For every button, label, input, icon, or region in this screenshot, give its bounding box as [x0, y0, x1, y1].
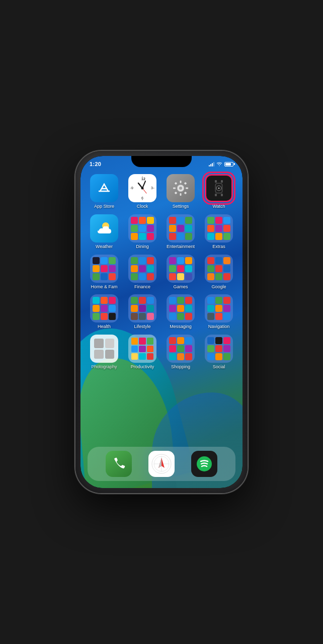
svg-point-38: [197, 456, 212, 471]
app-icon-health: [90, 294, 118, 323]
dock-item-safari[interactable]: [148, 451, 175, 477]
svg-rect-15: [180, 181, 182, 183]
app-icon-weather: [90, 214, 118, 243]
dock-icon-safari: [148, 451, 175, 477]
app-label-productivity: Productivity: [131, 364, 154, 370]
app-icon-photography: [90, 335, 118, 363]
home-screen: 1:20: [80, 156, 243, 488]
app-icon-settings: [167, 174, 195, 202]
app-label-app-store: App Store: [94, 204, 114, 209]
app-item-navigation[interactable]: Navigation: [202, 294, 235, 330]
svg-rect-21: [175, 192, 178, 195]
app-icon-lifestyle: [128, 294, 156, 323]
app-label-settings: Settings: [173, 204, 189, 209]
app-item-finance[interactable]: Finance: [126, 255, 159, 290]
app-label-weather: Weather: [96, 244, 113, 250]
dock-icon-spotify: [191, 451, 217, 477]
app-item-productivity[interactable]: Productivity: [126, 335, 159, 370]
status-icons: [209, 162, 233, 167]
app-label-watch: Watch: [212, 204, 225, 209]
svg-point-12: [141, 187, 144, 190]
app-icon-navigation: [205, 294, 233, 323]
app-item-weather[interactable]: Weather: [88, 214, 121, 250]
svg-rect-18: [186, 188, 188, 189]
app-icon-watch: [205, 174, 233, 202]
app-item-watch[interactable]: Watch: [202, 174, 235, 209]
svg-rect-27: [215, 180, 217, 183]
svg-rect-19: [175, 182, 178, 185]
app-label-shopping: Shopping: [171, 364, 190, 370]
app-item-app-store[interactable]: App Store: [88, 174, 121, 209]
app-label-social: Social: [213, 364, 225, 370]
battery-icon: [224, 162, 233, 167]
app-item-google[interactable]: Google: [202, 255, 235, 290]
dock: [88, 447, 235, 481]
app-item-dining[interactable]: Dining: [126, 214, 159, 250]
signal-bar-1: [209, 165, 210, 167]
app-item-games[interactable]: Games: [164, 255, 197, 290]
battery-fill: [225, 163, 231, 166]
svg-text:12: 12: [141, 177, 145, 181]
app-label-clock: Clock: [137, 204, 148, 209]
signal-bars: [209, 162, 214, 167]
app-label-games: Games: [173, 284, 188, 290]
svg-rect-30: [221, 194, 223, 196]
svg-rect-16: [180, 193, 182, 196]
app-icon-extras: [205, 214, 233, 243]
app-item-photography[interactable]: Photography: [88, 335, 121, 370]
app-item-home-fam[interactable]: Home & Fam: [88, 255, 121, 290]
svg-rect-17: [173, 188, 176, 189]
app-label-health: Health: [98, 324, 111, 330]
app-icon-games: [167, 255, 195, 283]
app-item-settings[interactable]: Settings: [164, 174, 197, 209]
app-item-clock[interactable]: 12 3 6 9: [126, 174, 159, 209]
dock-item-phone[interactable]: [106, 451, 132, 477]
dock-item-spotify[interactable]: [191, 451, 217, 477]
dock-icon-phone: [106, 451, 132, 477]
app-icon-social: [205, 335, 233, 363]
app-icon-messaging: [167, 294, 195, 323]
app-icon-dining: [128, 214, 156, 243]
phone-screen-container: 1:20: [80, 156, 243, 488]
app-label-google: Google: [211, 284, 226, 290]
app-item-social[interactable]: Social: [202, 335, 235, 370]
app-icon-productivity: [128, 335, 156, 363]
app-label-entertainment: Entertainment: [167, 244, 195, 250]
app-label-home-fam: Home & Fam: [91, 284, 117, 290]
svg-rect-20: [184, 182, 187, 185]
signal-bar-3: [212, 163, 213, 167]
app-item-health[interactable]: Health: [88, 294, 121, 330]
signal-bar-4: [213, 162, 214, 167]
svg-rect-22: [184, 192, 187, 195]
app-item-entertainment[interactable]: Entertainment: [164, 214, 197, 250]
svg-point-26: [218, 188, 220, 189]
svg-rect-29: [215, 194, 217, 196]
app-icon-google: [205, 255, 233, 283]
app-label-extras: Extras: [212, 244, 225, 250]
app-icon-finance: [128, 255, 156, 283]
phone-frame: 1:20: [75, 151, 248, 493]
app-icon-app-store: [90, 174, 118, 202]
signal-bar-2: [210, 164, 211, 167]
app-icon-shopping: [167, 335, 195, 363]
app-item-extras[interactable]: Extras: [202, 214, 235, 250]
app-icon-entertainment: [167, 214, 195, 243]
app-label-finance: Finance: [134, 284, 150, 290]
app-item-lifestyle[interactable]: Lifestyle: [126, 294, 159, 330]
svg-point-14: [179, 187, 182, 190]
app-label-photography: Photography: [91, 364, 117, 370]
app-icon-clock: 12 3 6 9: [128, 174, 156, 202]
app-label-messaging: Messaging: [170, 324, 192, 330]
app-label-lifestyle: Lifestyle: [134, 324, 150, 330]
wifi-icon: [216, 162, 222, 167]
app-label-dining: Dining: [136, 244, 149, 250]
app-item-shopping[interactable]: Shopping: [164, 335, 197, 370]
svg-rect-28: [221, 180, 223, 183]
app-item-messaging[interactable]: Messaging: [164, 294, 197, 330]
app-label-navigation: Navigation: [208, 324, 230, 330]
app-grid: App Store 12 3 6 9: [88, 174, 235, 370]
notch: [131, 156, 192, 167]
status-time: 1:20: [90, 161, 101, 167]
app-icon-home-fam: [90, 255, 118, 283]
